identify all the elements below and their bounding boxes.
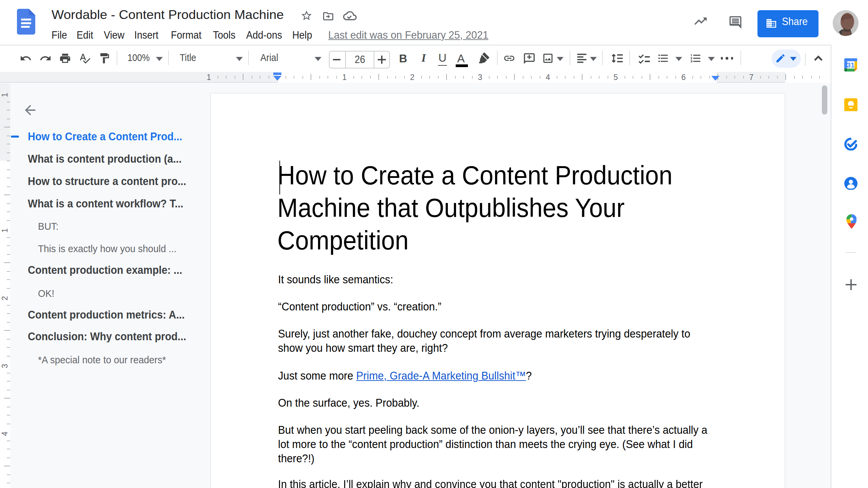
svg-text:31: 31 — [847, 61, 854, 69]
